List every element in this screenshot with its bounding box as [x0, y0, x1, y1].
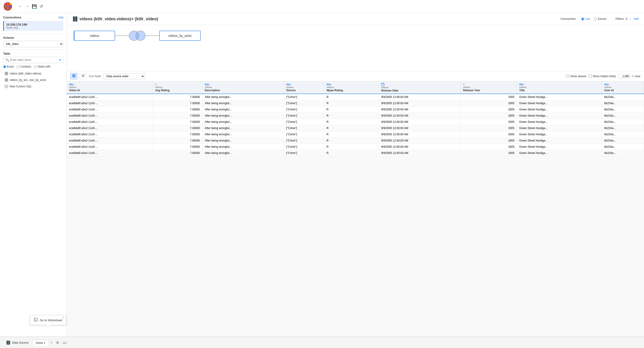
forward-button[interactable]: → — [24, 3, 30, 10]
svg-rect-7 — [7, 80, 8, 81]
col-header-release-year[interactable]: # videos Release Year — [461, 81, 517, 94]
live-option[interactable]: Live — [581, 17, 590, 21]
table-cell: R — [324, 106, 378, 113]
connection-item[interactable]: 10.200.176.199 Spark SQL — [3, 21, 63, 31]
connections-header: Connections Add — [3, 16, 63, 19]
connection-name: 10.200.176.199 — [6, 23, 61, 26]
rows-label: rows — [634, 75, 640, 78]
logo-dot — [10, 8, 11, 10]
new-story-button[interactable]: 📖 — [61, 340, 68, 345]
col-header-genres[interactable]: Abc videos Genres — [284, 81, 324, 94]
radio-contains[interactable]: Contains — [16, 65, 31, 68]
datasource-tab[interactable]: 🗄️ Data Source — [3, 339, 31, 346]
goto-worksheet-tooltip: Go to Worksheet ✕ — [30, 315, 66, 325]
svg-rect-8 — [5, 85, 8, 88]
table-cell: 9/9/2005 12:00:00 AM — [379, 131, 461, 138]
table-row: ece8de8f-a5e2-11e5-...7.00000After being… — [67, 144, 644, 150]
table-cell: ece8de8f-a5e2-11e5-... — [67, 125, 152, 131]
table-row: ece8de8f-a5e2-11e5-...7.00000After being… — [67, 106, 644, 113]
table-search-input[interactable] — [10, 58, 59, 62]
table-cell: ece8de8f-a5e2-11e5-... — [67, 100, 152, 106]
datasource-tab-icon: 🗄️ — [6, 340, 10, 345]
filters-add-button[interactable]: Add — [634, 17, 638, 21]
table-cell: After being wrongful... — [202, 125, 284, 131]
table-row: ece8de8f-a5e2-11e5-...7.00000After being… — [67, 119, 644, 125]
col-header-user-id[interactable]: Abc videos User Id — [602, 81, 644, 94]
col-header-video-id[interactable]: Abc videos Video Id — [67, 81, 152, 94]
table-cell: ["Crime"] — [284, 119, 324, 125]
col-name: Title — [519, 89, 599, 92]
table-cell: ece8de8f-a5e2-11e5-... — [67, 113, 152, 119]
new-sheet-button[interactable]: + — [49, 340, 54, 345]
table-row: ece8de8f-a5e2-11e5-...7.00000After being… — [67, 100, 644, 106]
extract-option[interactable]: Extract — [594, 17, 606, 21]
col-header-mpaa-rating[interactable]: Abc videos Mpaa Rating — [324, 81, 378, 94]
logo-dot — [7, 8, 9, 10]
col-header-release-date[interactable]: videos Release Date — [379, 81, 461, 94]
radio-starts-with[interactable]: Starts with — [34, 65, 50, 68]
col-name: User Id — [604, 89, 642, 92]
grid-area: Sort fields Data source order Show alias… — [67, 71, 644, 336]
left-table-box[interactable]: videos — [74, 31, 115, 41]
right-table-box[interactable]: videos_by_actor — [159, 31, 201, 41]
table-cell: 9/9/2005 12:00:00 AM — [379, 125, 461, 131]
content-area: 🗄️ videos (killr_video.videos)+ (killr_v… — [67, 13, 644, 336]
table-cell: 7.00000 — [152, 125, 202, 131]
join-area: videos videos_by_actor — [67, 25, 644, 71]
table-cell: ["Crime"] — [284, 113, 324, 119]
join-circles[interactable] — [129, 31, 146, 41]
show-aliases-checkbox[interactable]: Show aliases — [566, 75, 586, 78]
logo-dot — [10, 3, 11, 5]
sheet-tab[interactable]: Sheet 1 — [32, 340, 48, 346]
extract-label: Extract — [598, 17, 606, 21]
table-row: ece8de8f-a5e2-11e5-...7.00000After being… — [67, 113, 644, 119]
table-cell: Green Street Hooliga... — [517, 106, 602, 113]
schema-select[interactable]: killr_video — [3, 41, 63, 47]
list-item[interactable]: videos_by_act...eos_by_actor — [3, 77, 63, 83]
table-cell: 2005 — [461, 125, 517, 131]
rows-input[interactable]: 1,000 — [618, 74, 631, 79]
svg-rect-13 — [72, 76, 74, 77]
col-type — [381, 83, 458, 86]
col-name: Mpaa Rating — [326, 89, 376, 92]
table-cell: 2005 — [461, 100, 517, 106]
refresh-button[interactable]: ↺ — [38, 3, 44, 10]
data-table: Abc videos Video Id # — [67, 81, 644, 156]
list-item[interactable]: videos (killr_video.videos) — [3, 71, 63, 77]
filters-count: 0 — [626, 17, 628, 21]
table-cell: ["Crime"] — [284, 144, 324, 150]
sort-select[interactable]: Data source order — [103, 73, 145, 79]
table-cell: 9/9/2005 12:00:00 AM — [379, 150, 461, 156]
table-cell: ["Crime"] — [284, 131, 324, 138]
data-table-wrapper: Abc videos Video Id # — [67, 81, 644, 336]
goto-worksheet-icon — [34, 318, 38, 322]
table-cell: R — [324, 144, 378, 150]
datasource-icon: 🗄️ — [72, 16, 78, 22]
svg-rect-18 — [382, 83, 384, 86]
rows-control: 1,000 ▾ rows — [618, 74, 640, 79]
back-button[interactable]: ← — [16, 3, 24, 10]
col-type: # — [155, 83, 200, 86]
add-connection-button[interactable]: Add — [58, 16, 63, 19]
search-icon: 🔍 — [5, 58, 9, 62]
col-header-description[interactable]: Abc videos Description — [202, 81, 284, 94]
rows-arrow[interactable]: ▾ — [632, 74, 634, 78]
show-hidden-label: Show hidden fields — [593, 75, 616, 78]
list-view-button[interactable] — [80, 73, 86, 79]
col-type: Abc — [286, 83, 322, 86]
table-cell: 7.00000 — [152, 100, 202, 106]
goto-close-button[interactable]: ✕ — [62, 316, 64, 319]
new-dashboard-button[interactable]: ⊞ — [54, 340, 61, 345]
col-header-avg-rating[interactable]: # videos Avg Rating — [152, 81, 202, 94]
save-button[interactable]: 💾 — [30, 3, 38, 10]
add-table-icon[interactable]: + — [59, 58, 61, 62]
table-cell: 9/9/2005 12:00:00 AM — [379, 100, 461, 106]
radio-exact[interactable]: Exact — [3, 65, 14, 68]
list-item[interactable]: New Custom SQL — [3, 83, 63, 89]
grid-view-button[interactable] — [70, 73, 77, 79]
col-name: Genres — [286, 89, 322, 92]
table-cell: After being wrongful... — [202, 131, 284, 138]
show-hidden-checkbox[interactable]: Show hidden fields — [589, 75, 616, 78]
col-header-title[interactable]: Abc videos Title — [517, 81, 602, 94]
table-cell: 2005 — [461, 150, 517, 156]
